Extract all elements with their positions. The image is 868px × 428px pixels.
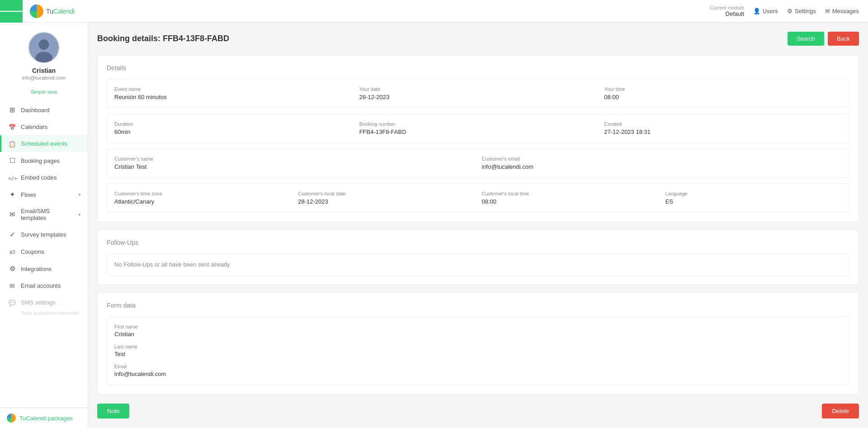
form-data-title: Form data	[107, 302, 849, 309]
embed-icon	[8, 174, 16, 181]
action-bar: Note Delete	[97, 404, 859, 418]
note-button[interactable]: Note	[97, 404, 129, 418]
settings-icon: ⚙	[787, 8, 793, 14]
user-email: info@tucalendi.com	[22, 75, 66, 81]
sidebar-item-email-accounts[interactable]: Email accounts	[0, 277, 88, 294]
dashboard-icon	[8, 106, 16, 114]
details-row1: Event name Reunión 60 minutos Your date …	[107, 79, 849, 108]
settings-link[interactable]: ⚙ Settings	[787, 8, 816, 14]
avatar	[28, 32, 60, 63]
details-row4: Customer's time zone Atlantic/Canary Cus…	[107, 183, 849, 213]
language-field: Language ES	[665, 191, 842, 205]
local-date-field: Customer's local date 28-12-2023	[298, 191, 474, 205]
user-name: Cristian	[32, 67, 56, 74]
delete-button[interactable]: Delete	[822, 404, 859, 418]
sidebar-item-embed-codes[interactable]: Embed codes	[0, 169, 88, 186]
email-field: Email info@tucalendi.com	[114, 364, 842, 377]
logo-text: TuCalendi	[46, 8, 75, 15]
sidebar-item-coupons[interactable]: Coupons	[0, 243, 88, 260]
sms-icon	[8, 299, 16, 306]
sidebar-footer-packages[interactable]: TuCalendi packages	[0, 408, 88, 428]
topbar-right: Current module Default 👤 Users ⚙ Setting…	[710, 5, 868, 17]
chevron-down-icon: ▾	[78, 212, 81, 218]
timezone-field: Customer's time zone Atlantic/Canary	[114, 191, 291, 205]
messages-icon: ✉	[825, 8, 830, 14]
form-data-section: Form data First name Cristian Last name …	[97, 292, 859, 395]
followups-section: Follow-Ups No Follow-Ups or all have bee…	[97, 229, 859, 285]
sidebar-item-calendars[interactable]: Calendars	[0, 119, 88, 135]
menu-toggle-button[interactable]	[0, 0, 23, 23]
sidebar: Cristian info@tucalendi.com Simple view …	[0, 23, 88, 428]
avatar-image	[29, 32, 59, 63]
sidebar-item-flows[interactable]: Flows ▾	[0, 186, 88, 203]
details-section: Details Event name Reunión 60 minutos Yo…	[97, 55, 859, 222]
details-row3: Customer's name Cristian Test Customer's…	[107, 148, 849, 178]
first-name-field: First name Cristian	[114, 324, 842, 338]
event-name-field: Event name Reunión 60 minutos	[114, 86, 352, 100]
integrations-icon	[8, 265, 16, 273]
sidebar-item-sms-settings: SMS settings Twilio account not connecte…	[0, 294, 88, 320]
last-name-field: Last name Test	[114, 344, 842, 357]
details-title: Details	[107, 64, 849, 71]
details-row2: Duration 60min Booking number FFB4-13F8-…	[107, 114, 849, 143]
sidebar-item-integrations[interactable]: Integrations	[0, 260, 88, 277]
messages-link[interactable]: ✉ Messages	[825, 8, 859, 14]
svg-point-1	[39, 39, 49, 50]
logo-icon	[30, 5, 43, 18]
customer-email-field: Customer's email info@tucalendi.com	[482, 156, 842, 170]
created-field: Created 27-12-2023 18:31	[604, 121, 842, 135]
chevron-down-icon: ▾	[78, 192, 81, 198]
topbar: TuCalendi Current module Default 👤 Users…	[0, 0, 868, 23]
search-button[interactable]: Search	[788, 32, 824, 46]
sidebar-item-email-sms-templates[interactable]: Email/SMS templates ▾	[0, 203, 88, 226]
email-sms-icon	[8, 210, 16, 219]
customer-name-field: Customer's name Cristian Test	[114, 156, 475, 170]
followups-empty-message: No Follow-Ups or all have been sent alre…	[107, 253, 849, 276]
sms-sub-label: Twilio account not connected	[8, 311, 79, 316]
back-button[interactable]: Back	[828, 32, 859, 46]
followups-title: Follow-Ups	[107, 239, 849, 246]
scheduled-icon	[8, 140, 16, 147]
app-logo: TuCalendi	[23, 5, 82, 18]
duration-field: Duration 60min	[114, 121, 352, 135]
page-header: Booking details: FFB4-13F8-FABD Search B…	[97, 32, 859, 46]
content-area: Details Event name Reunión 60 minutos Yo…	[97, 55, 859, 418]
current-module: Current module Default	[710, 5, 744, 17]
sidebar-item-scheduled-events[interactable]: Scheduled events	[0, 135, 88, 152]
form-data-card: First name Cristian Last name Test Email…	[107, 316, 849, 385]
users-icon: 👤	[753, 8, 760, 14]
survey-icon	[8, 230, 16, 239]
flows-icon	[8, 190, 16, 199]
booking-icon	[8, 157, 16, 165]
sidebar-user: Cristian info@tucalendi.com	[0, 23, 88, 87]
your-date-field: Your date 28-12-2023	[359, 86, 597, 100]
main-content: Booking details: FFB4-13F8-FABD Search B…	[88, 23, 868, 428]
sidebar-item-dashboard[interactable]: Dashboard	[0, 101, 88, 119]
sidebar-item-booking-pages[interactable]: Booking pages	[0, 152, 88, 169]
sidebar-nav: Dashboard Calendars Scheduled events Boo…	[0, 99, 88, 323]
email-accounts-icon	[8, 282, 16, 290]
local-time-field: Customer's local time 08:00	[482, 191, 658, 205]
sidebar-item-survey-templates[interactable]: Survey templates	[0, 226, 88, 243]
users-link[interactable]: 👤 Users	[753, 8, 778, 14]
simple-view-link[interactable]: Simple view	[0, 89, 88, 99]
booking-number-field: Booking number FFB4-13F8-FABD	[359, 121, 597, 135]
header-actions: Search Back	[788, 32, 859, 46]
packages-icon	[7, 414, 16, 423]
coupon-icon	[8, 248, 16, 256]
calendar-icon	[8, 123, 16, 131]
your-time-field: Your time 08:00	[604, 86, 842, 100]
page-title: Booking details: FFB4-13F8-FABD	[97, 34, 229, 43]
